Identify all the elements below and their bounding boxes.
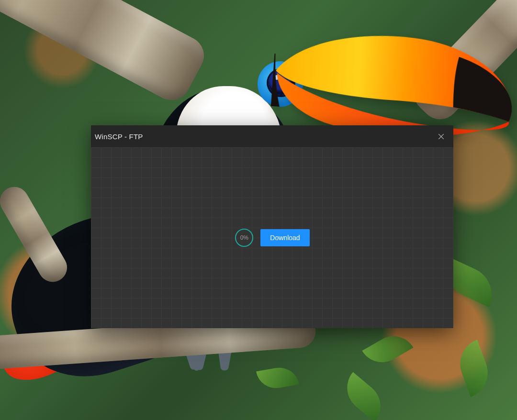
dialog-body: 0% Download bbox=[91, 147, 453, 328]
close-button[interactable] bbox=[430, 129, 451, 144]
leaf-decoration bbox=[256, 365, 299, 391]
leaf-decoration bbox=[337, 372, 391, 420]
dialog-title: WinSCP - FTP bbox=[95, 133, 143, 141]
download-dialog: WinSCP - FTP 0% Download bbox=[91, 125, 453, 328]
progress-percent-label: 0% bbox=[235, 228, 254, 247]
close-icon bbox=[438, 134, 444, 139]
progress-indicator: 0% bbox=[235, 228, 254, 247]
dialog-titlebar[interactable]: WinSCP - FTP bbox=[91, 125, 453, 147]
download-button[interactable]: Download bbox=[260, 229, 309, 246]
